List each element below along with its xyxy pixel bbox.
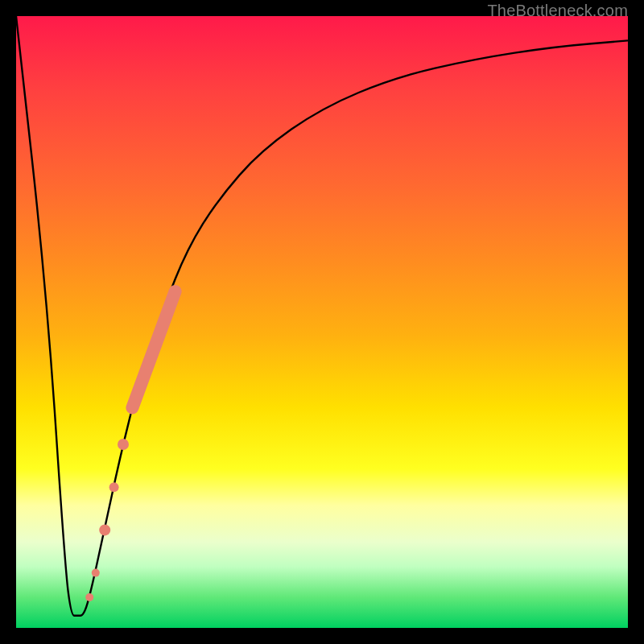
segment-a: [132, 291, 175, 407]
dot-e: [92, 569, 100, 577]
watermark-text: TheBottleneck.com: [487, 2, 628, 20]
dot-f: [85, 593, 93, 601]
dot-c: [109, 482, 119, 492]
plot-area: [16, 16, 628, 628]
chart-frame: TheBottleneck.com: [0, 0, 644, 644]
chart-svg: [16, 16, 628, 628]
dot-d: [99, 524, 110, 535]
dot-b: [118, 439, 129, 450]
